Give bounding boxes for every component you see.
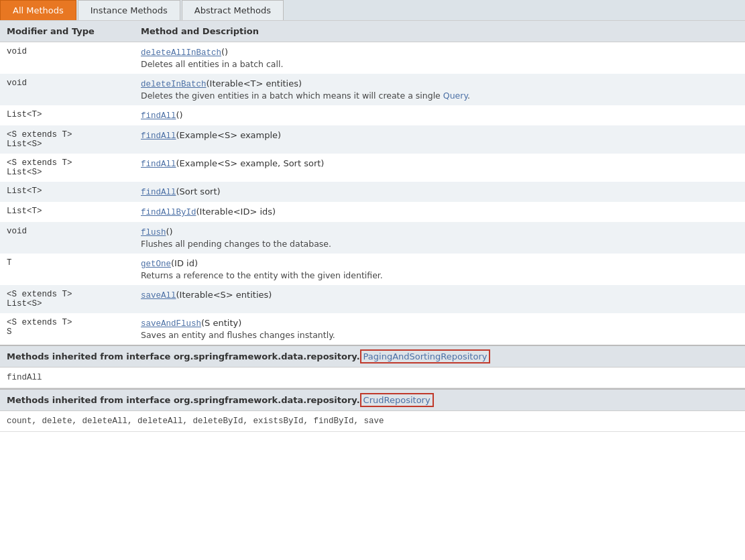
table-row: <S extends T>SsaveAndFlush(S entity)Save… xyxy=(0,313,745,345)
method-signature[interactable]: findAll() xyxy=(141,110,738,121)
table-header-row: Modifier and Type Method and Description xyxy=(0,21,745,42)
modifier-cell: void xyxy=(0,42,134,74)
method-cell: saveAndFlush(S entity)Saves an entity an… xyxy=(134,313,745,345)
modifier-cell: void xyxy=(0,74,134,105)
method-cell: findAll(Example<S> example, Sort sort) xyxy=(134,154,745,182)
modifier-cell: <S extends T>S xyxy=(0,313,134,345)
inherited-prefix: Methods inherited from interface org.spr… xyxy=(7,351,360,361)
method-cell: findAllById(Iterable<ID> ids) xyxy=(134,202,745,222)
table-row: <S extends T>List<S>findAll(Example<S> e… xyxy=(0,154,745,182)
tab-all-methods[interactable]: All Methods xyxy=(0,0,76,20)
method-cell: deleteInBatch(Iterable<T> entities)Delet… xyxy=(134,74,745,105)
table-row: voidflush()Flushes all pending changes t… xyxy=(0,222,745,254)
method-signature[interactable]: getOne(ID id) xyxy=(141,258,738,269)
modifier-cell: List<T> xyxy=(0,202,134,222)
method-cell: flush()Flushes all pending changes to th… xyxy=(134,222,745,254)
table-row: <S extends T>List<S>saveAll(Iterable<S> … xyxy=(0,285,745,313)
modifier-cell: List<T> xyxy=(0,182,134,202)
method-cell: saveAll(Iterable<S> entities) xyxy=(134,285,745,313)
table-row: List<T>findAll(Sort sort) xyxy=(0,182,745,202)
table-row: <S extends T>List<S>findAll(Example<S> e… xyxy=(0,125,745,154)
tabs-container: All Methods Instance Methods Abstract Me… xyxy=(0,0,745,432)
method-signature[interactable]: deleteInBatch(Iterable<T> entities) xyxy=(141,78,738,89)
inherited-prefix: Methods inherited from interface org.spr… xyxy=(7,395,360,405)
tab-instance-methods[interactable]: Instance Methods xyxy=(78,0,180,20)
col-modifier-header: Modifier and Type xyxy=(0,21,134,42)
method-signature[interactable]: deleteAllInBatch() xyxy=(141,47,738,58)
method-signature[interactable]: flush() xyxy=(141,227,738,237)
method-signature[interactable]: saveAll(Iterable<S> entities) xyxy=(141,290,738,300)
table-row: TgetOne(ID id)Returns a reference to the… xyxy=(0,254,745,285)
table-row: voiddeleteAllInBatch()Deletes all entiti… xyxy=(0,42,745,74)
method-signature[interactable]: saveAndFlush(S entity) xyxy=(141,318,738,329)
table-row: List<T>findAll() xyxy=(0,105,745,125)
inherited-section-header: Methods inherited from interface org.spr… xyxy=(0,345,745,368)
method-cell: findAll(Example<S> example) xyxy=(134,125,745,154)
modifier-cell: <S extends T>List<S> xyxy=(0,125,134,154)
col-method-header: Method and Description xyxy=(134,21,745,42)
method-description: Returns a reference to the entity with t… xyxy=(141,270,738,280)
method-signature[interactable]: findAll(Example<S> example, Sort sort) xyxy=(141,158,738,169)
modifier-cell: List<T> xyxy=(0,105,134,125)
method-cell: findAll() xyxy=(134,105,745,125)
tab-abstract-methods[interactable]: Abstract Methods xyxy=(182,0,284,20)
method-signature[interactable]: findAll(Example<S> example) xyxy=(141,130,738,141)
method-description: Deletes all entities in a batch call. xyxy=(141,59,738,69)
modifier-cell: T xyxy=(0,254,134,285)
method-description: Deletes the given entities in a batch wh… xyxy=(141,91,738,101)
inherited-methods-list: findAll xyxy=(0,368,745,388)
method-signature[interactable]: findAll(Sort sort) xyxy=(141,186,738,197)
inherited-section-header: Methods inherited from interface org.spr… xyxy=(0,388,745,411)
modifier-cell: <S extends T>List<S> xyxy=(0,285,134,313)
table-row: voiddeleteInBatch(Iterable<T> entities)D… xyxy=(0,74,745,105)
query-link[interactable]: Query xyxy=(443,91,467,101)
methods-table: Modifier and Type Method and Description… xyxy=(0,21,745,345)
method-cell: getOne(ID id)Returns a reference to the … xyxy=(134,254,745,285)
method-description: Flushes all pending changes to the datab… xyxy=(141,239,738,249)
inherited-interface-link[interactable]: CrudRepository xyxy=(360,393,434,407)
modifier-cell: void xyxy=(0,222,134,254)
method-cell: findAll(Sort sort) xyxy=(134,182,745,202)
table-row: List<T>findAllById(Iterable<ID> ids) xyxy=(0,202,745,222)
inherited-interface-link[interactable]: PagingAndSortingRepository xyxy=(360,349,491,363)
modifier-cell: <S extends T>List<S> xyxy=(0,154,134,182)
inherited-methods-list: count, delete, deleteAll, deleteAll, del… xyxy=(0,411,745,432)
method-description: Saves an entity and flushes changes inst… xyxy=(141,330,738,340)
tab-bar: All Methods Instance Methods Abstract Me… xyxy=(0,0,745,21)
method-signature[interactable]: findAllById(Iterable<ID> ids) xyxy=(141,207,738,217)
method-cell: deleteAllInBatch()Deletes all entities i… xyxy=(134,42,745,74)
